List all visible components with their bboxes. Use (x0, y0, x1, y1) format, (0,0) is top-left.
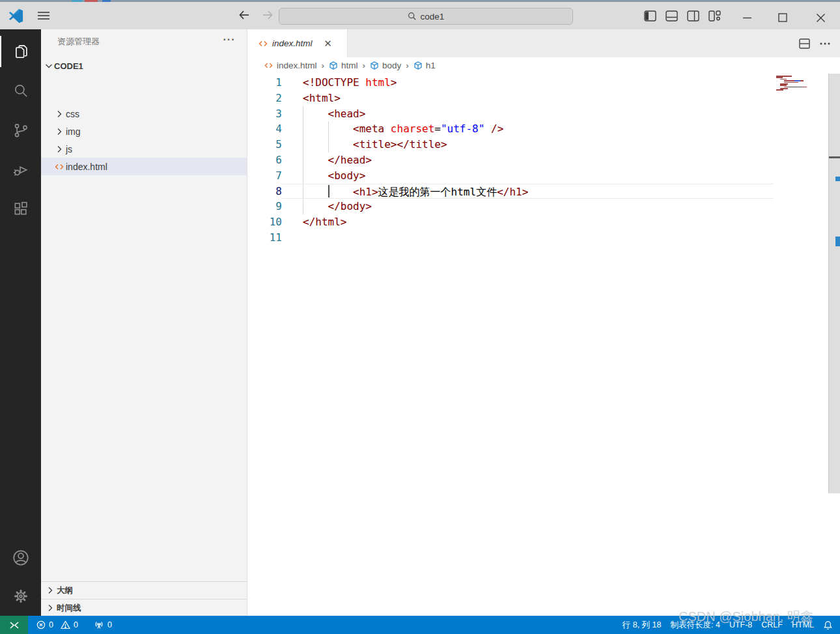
sidebar-title: 资源管理器 (57, 36, 100, 48)
command-center-search[interactable]: code1 (279, 8, 573, 25)
sidebar-more-actions-icon[interactable]: ··· (220, 32, 238, 48)
window-top-edge (0, 0, 840, 2)
code-line[interactable]: 2<html> (247, 91, 840, 106)
remote-indicator[interactable] (0, 616, 28, 634)
cursor-position-label: 行 8, 列 18 (623, 620, 662, 631)
code-line[interactable]: 3 <head> (247, 106, 840, 122)
menu-hamburger-icon[interactable] (36, 9, 52, 22)
breadcrumb-label: h1 (426, 61, 436, 70)
line-number: 9 (247, 199, 282, 214)
symbol-cube-icon (413, 61, 423, 70)
cursor-position-status[interactable]: 行 8, 列 18 (618, 620, 666, 631)
explorer-sidebar: 资源管理器 ··· CODE1 css img js index.html (41, 29, 247, 616)
code-line-content[interactable]: <meta charset="utf-8" /> (282, 121, 774, 137)
minimap[interactable] (776, 76, 826, 91)
eol-label: CRLF (761, 620, 783, 629)
language-mode-status[interactable]: HTML (787, 620, 819, 629)
watermark-artifact (85, 0, 98, 2)
timeline-section-header[interactable]: 时间线 (41, 599, 247, 616)
code-line[interactable]: 5 <title></title> (247, 137, 840, 152)
customize-layout-icon[interactable] (708, 8, 721, 23)
indent-guide-icon (303, 168, 303, 184)
code-token (303, 108, 328, 120)
nav-forward-button[interactable] (260, 8, 275, 22)
ports-status[interactable]: 0 (89, 620, 117, 630)
code-line-content[interactable]: <head> (282, 106, 774, 122)
indentation-label: 制表符长度: 4 (670, 620, 720, 631)
code-line-content[interactable]: </html> (282, 214, 774, 230)
breadcrumb-separator-icon: › (363, 61, 366, 70)
code-line-content[interactable]: <title></title> (282, 137, 774, 152)
minimap-segment (776, 89, 783, 91)
minimap-segment (789, 87, 802, 88)
tree-item-img[interactable]: img (41, 122, 247, 140)
code-line[interactable]: 1<!DOCTYPE html> (247, 75, 840, 91)
window-maximize-button[interactable] (766, 4, 800, 31)
search-view-icon[interactable] (0, 75, 41, 106)
code-line[interactable]: 8 <h1>这是我的第一个html文件</h1> (247, 184, 840, 199)
code-line[interactable]: 9 </body> (247, 199, 840, 214)
tab-close-icon[interactable]: ✕ (322, 37, 335, 50)
split-editor-icon[interactable] (799, 38, 810, 49)
code-token: "utf-8" (441, 122, 484, 135)
tree-item-js[interactable]: js (41, 140, 247, 158)
more-actions-icon[interactable] (819, 38, 831, 49)
code-token: <body> (328, 169, 366, 182)
code-line-content[interactable]: <html> (282, 91, 774, 106)
toggle-panel-icon[interactable] (665, 8, 678, 23)
section-label: 大纲 (57, 585, 73, 596)
tree-item-index-html[interactable]: index.html (41, 158, 247, 175)
toggle-primary-sidebar-icon[interactable] (643, 8, 656, 23)
outline-section-header[interactable]: 大纲 (41, 581, 247, 599)
breadcrumb-item-file[interactable]: index.html (264, 61, 317, 70)
indentation-status[interactable]: 制表符长度: 4 (665, 620, 724, 631)
breadcrumb-item-h1[interactable]: h1 (413, 61, 436, 70)
explorer-icon[interactable] (0, 36, 41, 67)
code-line-content[interactable] (282, 230, 774, 246)
eol-status[interactable]: CRLF (757, 620, 787, 629)
window-minimize-button[interactable] (730, 4, 764, 31)
code-line-content[interactable]: <!DOCTYPE html> (282, 75, 774, 91)
line-number: 11 (247, 230, 282, 246)
notifications-bell[interactable] (819, 620, 837, 630)
code-line-content[interactable]: <h1>这是我的第一个html文件</h1> (282, 184, 774, 199)
problems-status[interactable]: 0 0 (32, 620, 83, 629)
code-line-content[interactable]: </head> (282, 152, 774, 168)
encoding-status[interactable]: UTF-8 (725, 620, 757, 629)
indent-guide-icon (303, 184, 303, 199)
minimap-segment (800, 80, 804, 81)
code-line[interactable]: 7 <body> (247, 168, 840, 184)
error-count: 0 (49, 620, 53, 629)
editor-scrollbar[interactable] (828, 74, 840, 493)
tree-item-css[interactable]: css (41, 105, 247, 122)
chevron-down-icon (44, 61, 54, 71)
code-line-content[interactable]: <body> (282, 168, 774, 184)
source-control-icon[interactable] (0, 115, 41, 146)
vscode-logo-icon[interactable] (8, 8, 23, 23)
status-bar-right: 行 8, 列 18 制表符长度: 4 UTF-8 CRLF HTML (618, 620, 837, 631)
chevron-right-icon (45, 603, 55, 613)
code-line[interactable]: 11 (247, 230, 840, 246)
account-icon[interactable] (0, 542, 41, 573)
code-line-content[interactable]: </body> (282, 199, 774, 214)
run-and-debug-icon[interactable] (0, 154, 41, 185)
code-line[interactable]: 6 </head> (247, 152, 840, 168)
code-editor[interactable]: 1<!DOCTYPE html>2<html>3 <head>4 <meta c… (247, 74, 840, 616)
breadcrumb-item-body[interactable]: body (370, 61, 401, 70)
window-close-button[interactable] (804, 4, 837, 31)
minimap-line (776, 89, 826, 91)
tree-root-code1[interactable]: CODE1 (41, 59, 247, 73)
breadcrumb-separator-icon: › (322, 61, 325, 70)
code-line[interactable]: 10</html> (247, 214, 840, 230)
html-file-icon (264, 61, 273, 70)
settings-gear-icon[interactable] (0, 581, 41, 612)
extensions-icon[interactable] (0, 193, 41, 224)
line-number: 6 (247, 152, 282, 168)
code-line[interactable]: 4 <meta charset="utf-8" /> (247, 121, 840, 137)
root-folder-label: CODE1 (54, 61, 83, 71)
toggle-secondary-sidebar-icon[interactable] (686, 8, 699, 23)
nav-back-button[interactable] (237, 8, 251, 22)
tab-index-html[interactable]: index.html ✕ (247, 29, 348, 57)
code-token: </html> (303, 216, 346, 228)
breadcrumb-item-html[interactable]: html (329, 61, 358, 70)
